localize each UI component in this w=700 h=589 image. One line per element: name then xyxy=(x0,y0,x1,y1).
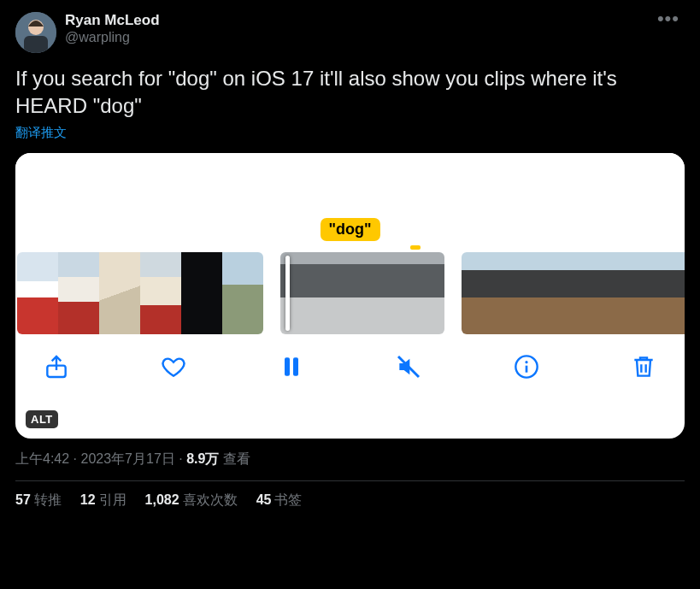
info-icon xyxy=(513,353,540,380)
caption-chip: "dog" xyxy=(320,218,379,241)
divider xyxy=(15,480,685,481)
svg-rect-2 xyxy=(24,36,48,53)
media-card[interactable]: "dog" xyxy=(15,153,685,439)
handle: @warpling xyxy=(65,29,652,46)
stat-quotes[interactable]: 12引用 xyxy=(80,492,126,509)
pause-button[interactable] xyxy=(276,351,307,382)
stat-bookmarks[interactable]: 45书签 xyxy=(256,492,303,509)
media-top: "dog" xyxy=(15,153,685,252)
svg-rect-5 xyxy=(293,357,298,375)
views-count: 8.9万 xyxy=(186,451,219,466)
caption-tick xyxy=(410,245,421,250)
like-button[interactable] xyxy=(158,351,189,382)
alt-badge[interactable]: ALT xyxy=(26,410,58,428)
tweet-time[interactable]: 上午4:42 xyxy=(15,451,69,466)
tweet-container: Ryan McLeod @warpling ••• If you search … xyxy=(0,0,700,518)
media-toolbar xyxy=(15,334,685,391)
trash-icon xyxy=(630,353,657,380)
clip-2-selected[interactable] xyxy=(280,252,444,334)
translate-link[interactable]: 翻译推文 xyxy=(15,125,685,141)
display-name: Ryan McLeod xyxy=(65,12,652,29)
views-label: 查看 xyxy=(219,451,250,466)
more-button[interactable]: ••• xyxy=(652,12,685,26)
tweet-stats: 57转推 12引用 1,082喜欢次数 45书签 xyxy=(15,492,685,509)
trash-button[interactable] xyxy=(628,351,659,382)
svg-point-8 xyxy=(525,361,527,363)
clip-3[interactable] xyxy=(462,252,685,334)
clip-strip[interactable] xyxy=(15,252,685,334)
tweet-text: If you search for "dog" on iOS 17 it'll … xyxy=(15,65,685,120)
share-button[interactable] xyxy=(41,351,72,382)
stat-likes[interactable]: 1,082喜欢次数 xyxy=(145,492,238,509)
author-block[interactable]: Ryan McLeod @warpling xyxy=(65,12,652,46)
heart-icon xyxy=(160,353,187,380)
speaker-muted-icon xyxy=(395,353,422,380)
share-icon xyxy=(43,353,70,380)
avatar[interactable] xyxy=(15,12,56,53)
tweet-header: Ryan McLeod @warpling ••• xyxy=(15,12,685,53)
stat-retweets[interactable]: 57转推 xyxy=(15,492,62,509)
svg-rect-4 xyxy=(285,357,290,375)
tweet-meta: 上午4:42 · 2023年7月17日 · 8.9万 查看 xyxy=(15,451,685,468)
tweet-date[interactable]: 2023年7月17日 xyxy=(80,451,174,466)
clip-1[interactable] xyxy=(17,252,263,334)
mute-button[interactable] xyxy=(393,351,424,382)
pause-icon xyxy=(278,353,305,380)
info-button[interactable] xyxy=(511,351,542,382)
